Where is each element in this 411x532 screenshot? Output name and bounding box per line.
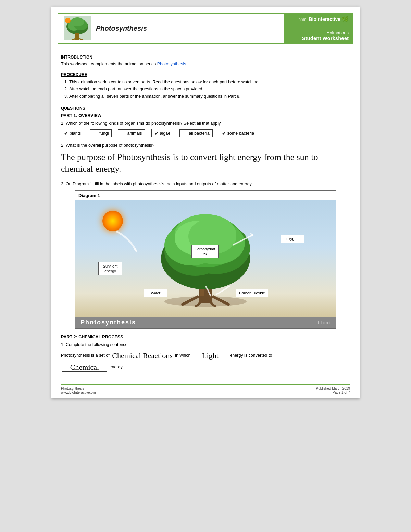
checkmark-algae: ✔	[154, 131, 159, 136]
footer-page: Page 1 of 7	[316, 391, 350, 394]
diagram1-title: Diagram 1	[75, 191, 336, 200]
sentence-end: energy is converted to	[230, 353, 272, 358]
checkbox-animals[interactable]: animals	[118, 129, 145, 137]
checkbox-fungi-label: fungi	[99, 131, 109, 136]
svg-rect-6	[75, 33, 79, 40]
checkbox-some-bacteria-label: some bacteria	[227, 131, 254, 136]
q2-text: 2. What is the overall purpose of photos…	[61, 142, 350, 149]
main-content: INTRODUCTION This worksheet complements …	[51, 44, 360, 381]
header: Photosynthesis hhmi BioInteractive 🌿 Ani…	[58, 13, 353, 44]
procedure-step-3: After completing all seven parts of the …	[69, 93, 350, 100]
checkbox-algae-label: algae	[160, 131, 171, 136]
footer-right: Published March 2019 Page 1 of 7	[316, 387, 350, 394]
diagram-footer-hhmi: hhmi	[318, 320, 331, 325]
checkmark-plants: ✔	[64, 131, 68, 136]
checkbox-animals-label: animals	[127, 131, 142, 136]
fill-blank-sentence: Photosynthesis is a set of Chemical Reac…	[61, 351, 350, 360]
q2-part2-text: 1. Complete the following sentence.	[61, 342, 350, 348]
checkbox-some-bacteria[interactable]: ✔ some bacteria	[219, 129, 258, 137]
questions-section-title: QUESTIONS	[61, 106, 350, 111]
biointeractive-text: BioInteractive	[309, 16, 340, 22]
checkmark-some-bacteria: ✔	[222, 131, 226, 136]
sentence-mid: in which	[175, 353, 190, 358]
diagram-footer-title: Photosynthesis	[80, 319, 136, 326]
checkbox-fungi[interactable]: fungi	[90, 129, 112, 137]
svg-point-5	[71, 17, 84, 26]
leaf-icon: 🌿	[342, 16, 349, 22]
blank-chemical: Chemical	[62, 363, 107, 372]
empty-animals	[121, 131, 126, 136]
intro-text: This worksheet complements the animation…	[61, 61, 350, 67]
checkbox-plants-label: plants	[70, 131, 81, 136]
header-right: hhmi BioInteractive 🌿 Animations Student…	[284, 14, 353, 43]
q2-answer: The purpose of Photosynthesis is to conv…	[61, 151, 350, 175]
tree-logo-icon	[64, 16, 91, 40]
diagram1-footer: Photosynthesis hhmi	[75, 317, 336, 328]
sentence-start: Photosynthesis is a set of	[61, 353, 110, 358]
procedure-section-title: PROCEDURE	[61, 72, 350, 77]
empty-fungi	[93, 131, 98, 136]
checkbox-all-bacteria[interactable]: all bacteria	[179, 129, 212, 137]
checkbox-plants[interactable]: ✔ plants	[61, 129, 84, 137]
label-water: Water	[144, 289, 167, 297]
checkbox-algae[interactable]: ✔ algae	[151, 129, 174, 137]
empty-all-bacteria	[183, 131, 187, 136]
page-footer: Photosynthesis www.BioInteractive.org Pu…	[61, 384, 350, 398]
header-title: Photosynthesis	[96, 25, 147, 33]
q1-text: 1. Which of the following kinds of organ…	[61, 120, 350, 127]
diagram1-image: Sun/light energy Carbohydrat es oxygen W…	[75, 200, 336, 317]
svg-point-9	[65, 18, 71, 23]
checkbox-all-bacteria-label: all bacteria	[189, 131, 209, 136]
procedure-list: This animation series contains seven par…	[69, 78, 350, 100]
header-subtitle: Animations Student Worksheet	[288, 30, 349, 41]
diagram1-container: Diagram 1	[75, 190, 336, 329]
sunlight-arrow-svg	[106, 221, 147, 262]
footer-url: www.BioInteractive.org	[61, 391, 96, 394]
worksheet-subtitle: Student Worksheet	[288, 35, 349, 41]
label-sunlight: Sun/light energy	[98, 262, 122, 275]
procedure-step-2: After watching each part, answer the que…	[69, 86, 350, 93]
page: Photosynthesis hhmi BioInteractive 🌿 Ani…	[51, 7, 360, 398]
blank-light: Light	[193, 351, 227, 360]
hhmi-brand-line: hhmi BioInteractive 🌿	[288, 16, 349, 22]
procedure-step-1: This animation series contains seven par…	[69, 78, 350, 86]
footer-left: Photosynthesis www.BioInteractive.org	[61, 387, 96, 394]
hhmi-text: hhmi	[298, 17, 307, 21]
sentence-end2: energy.	[109, 364, 123, 369]
q3-text: 3. On Diagram 1, fill in the labels with…	[61, 181, 350, 187]
worksheet-type: Animations	[288, 30, 349, 35]
label-carbohydrates: Carbohydrat es	[191, 245, 219, 258]
q1-checkbox-row: ✔ plants fungi animals ✔ algae all bacte…	[61, 129, 350, 137]
label-oxygen: oxygen	[281, 235, 304, 243]
footer-title: Photosynthesis	[61, 387, 96, 391]
part2-title: PART 2: CHEMICAL PROCESS	[61, 335, 350, 339]
fill-blank-sentence-2: Chemical energy.	[61, 362, 350, 372]
blank-chemical-reactions: Chemical Reactions	[112, 351, 173, 360]
label-co2: Carbon Dioxide	[236, 289, 268, 297]
photosynthesis-link[interactable]: Photosynthesis	[157, 62, 186, 66]
intro-section-title: INTRODUCTION	[61, 55, 350, 60]
footer-published: Published March 2019	[316, 387, 350, 391]
part1-title: PART 1: OVERVIEW	[61, 113, 350, 118]
header-left: Photosynthesis	[58, 14, 284, 43]
